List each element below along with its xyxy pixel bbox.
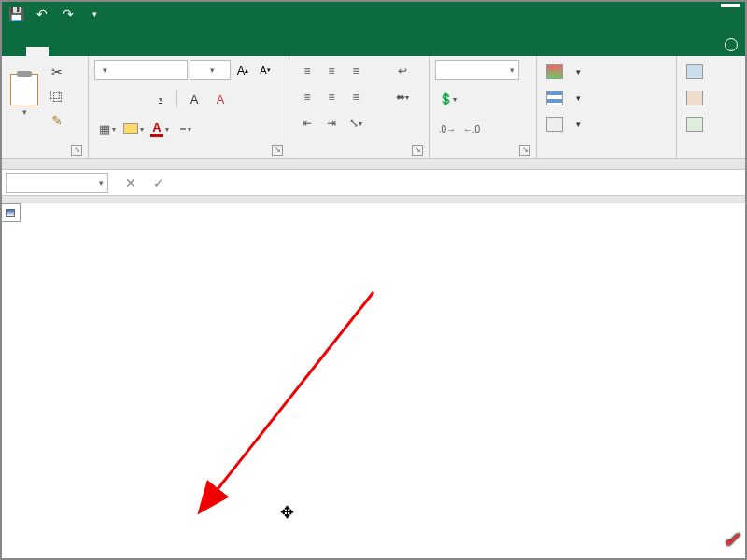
svg-line-0	[215, 292, 374, 493]
redo-icon[interactable]: ↷	[60, 6, 77, 22]
delete-icon	[686, 91, 703, 105]
ribbon: ▾ ↘ ▾ ▾ A▴ A▾ ▾ A A	[0, 56, 747, 159]
name-box[interactable]: ▾	[6, 173, 108, 193]
format-cells-button[interactable]	[683, 112, 712, 136]
group-alignment: ≡ ≡ ≡ ≡ ≡ ≡ ⇤ ⇥ ⤡▾ ↩ ⬌▾	[289, 56, 430, 158]
increase-font-button[interactable]: A▴	[233, 63, 253, 77]
tab-developer[interactable]	[183, 47, 205, 56]
tab-home[interactable]	[26, 47, 49, 56]
borders-button[interactable]: ▾	[94, 118, 120, 140]
group-styles: ▾ ▾ ▾	[537, 56, 677, 158]
paste-button[interactable]: ▾	[6, 60, 43, 130]
number-dialog-icon[interactable]: ↘	[519, 145, 530, 156]
ribbon-tabs	[0, 28, 747, 56]
autofill-options-button[interactable]	[0, 203, 21, 222]
qat-customize-icon[interactable]: ▾	[86, 6, 103, 22]
font-color-icon: A	[150, 120, 162, 137]
clipboard-dialog-icon[interactable]: ↘	[71, 145, 82, 156]
number-format-combo[interactable]: ▾	[435, 60, 519, 80]
enter-formula-icon[interactable]: ✓	[149, 175, 168, 190]
orientation-button[interactable]: ⤡▾	[344, 112, 368, 134]
undo-icon[interactable]: ↶	[34, 6, 50, 22]
group-cells	[677, 56, 747, 158]
fill-color-icon	[123, 123, 138, 134]
login-button[interactable]	[721, 4, 740, 7]
annotation-arrow	[0, 203, 747, 558]
cancel-formula-icon[interactable]: ✕	[121, 175, 140, 190]
decrease-decimal-button[interactable]: ←.0	[459, 118, 484, 140]
group-number: ▾ 💲▾ .0→ ←.0 ↘	[430, 56, 537, 158]
phonetic-label	[180, 128, 186, 130]
decrease-font-button[interactable]: A▾	[255, 64, 275, 76]
underline-button[interactable]: ▾	[147, 88, 173, 110]
tab-layout[interactable]	[71, 47, 93, 56]
phonetic-button[interactable]: ▾	[173, 118, 199, 140]
formula-bar: ▾ ✕ ✓	[0, 170, 747, 196]
conditional-formatting-icon	[546, 64, 563, 79]
wrap-text-button[interactable]: ↩	[384, 60, 421, 82]
autofill-options-icon	[6, 209, 15, 217]
tab-special[interactable]	[228, 47, 250, 56]
align-center-button[interactable]: ≡	[319, 86, 344, 108]
insert-cells-button[interactable]	[683, 60, 712, 84]
align-top-button[interactable]: ≡	[295, 60, 319, 82]
cell-styles-button[interactable]: ▾	[543, 112, 585, 136]
format-as-table-button[interactable]: ▾	[543, 86, 585, 110]
tab-formulas[interactable]	[93, 47, 116, 56]
font-color-button[interactable]: A▾	[147, 118, 173, 140]
copy-button[interactable]	[47, 86, 67, 106]
percent-format-button[interactable]	[459, 88, 484, 110]
font-name-combo[interactable]: ▾	[94, 60, 188, 80]
cut-button[interactable]	[47, 62, 67, 82]
bold-button[interactable]	[94, 88, 120, 110]
checkmark-icon: ✓	[723, 528, 740, 552]
tab-file[interactable]	[4, 47, 26, 56]
bulb-icon	[725, 38, 738, 51]
increase-decimal-button[interactable]: .0→	[435, 118, 459, 140]
font-color-a-button[interactable]: A	[181, 88, 207, 110]
align-left-button[interactable]: ≡	[295, 86, 319, 108]
accounting-format-button[interactable]: 💲▾	[435, 88, 459, 110]
font-size-combo[interactable]: ▾	[190, 60, 231, 80]
move-cursor-icon: ✥	[280, 502, 294, 523]
font-color-accent-button[interactable]: A	[207, 88, 233, 110]
tab-insert[interactable]	[49, 47, 71, 56]
table-format-icon	[546, 91, 563, 105]
alignment-dialog-icon[interactable]: ↘	[412, 145, 423, 156]
conditional-formatting-button[interactable]: ▾	[543, 60, 585, 84]
worksheet-grid[interactable]: ✥ ✓	[0, 203, 747, 558]
title-bar: 💾 ↶ ↷ ▾	[0, 0, 747, 28]
insert-icon	[686, 64, 703, 79]
format-painter-button[interactable]	[47, 110, 67, 131]
align-bottom-button[interactable]: ≡	[344, 60, 368, 82]
group-clipboard: ▾ ↘	[0, 56, 89, 158]
comma-format-button[interactable]	[484, 88, 508, 110]
group-font: ▾ ▾ A▴ A▾ ▾ A A ▾ ▾ A▾ ▾ ↘	[89, 56, 289, 158]
delete-cells-button[interactable]	[683, 86, 712, 110]
italic-button[interactable]	[120, 88, 147, 110]
ribbon-gap	[0, 159, 747, 170]
decrease-indent-button[interactable]: ⇤	[295, 112, 319, 134]
tab-data[interactable]	[116, 47, 138, 56]
font-dialog-icon[interactable]: ↘	[272, 145, 283, 156]
tell-me[interactable]	[725, 38, 743, 51]
tab-view[interactable]	[161, 47, 183, 56]
save-icon[interactable]: 💾	[7, 6, 24, 22]
formula-gap	[0, 196, 747, 203]
increase-indent-button[interactable]: ⇥	[319, 112, 344, 134]
watermark: ✓	[723, 528, 740, 553]
format-icon	[686, 117, 703, 132]
merge-center-button[interactable]: ⬌▾	[384, 86, 421, 108]
paste-icon	[10, 74, 38, 105]
tab-review[interactable]	[138, 47, 161, 56]
cell-style-icon	[546, 117, 563, 132]
align-right-button[interactable]: ≡	[344, 86, 368, 108]
formula-input[interactable]	[183, 173, 747, 193]
align-middle-button[interactable]: ≡	[319, 60, 344, 82]
fill-color-button[interactable]: ▾	[120, 118, 147, 140]
tab-help[interactable]	[205, 47, 228, 56]
